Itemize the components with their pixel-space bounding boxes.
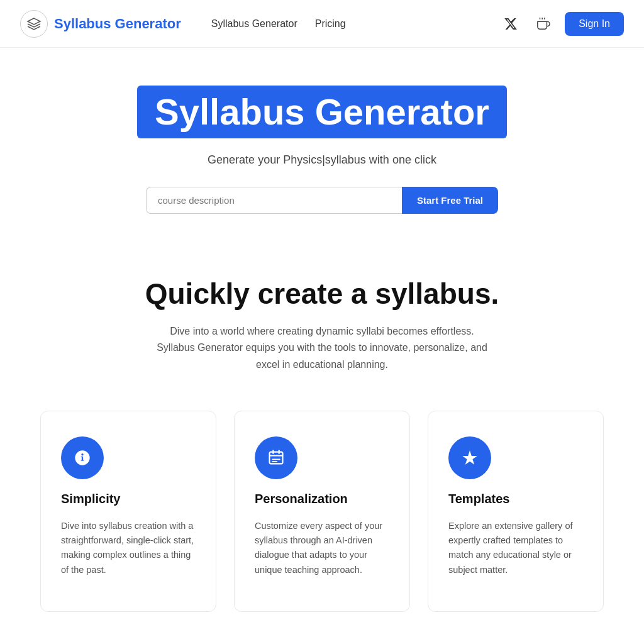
- personalization-icon: [255, 436, 297, 479]
- logo-icon: [20, 10, 48, 38]
- tagline-section: Quickly create a syllabus. Dive into a w…: [0, 239, 644, 398]
- navbar: Syllabus Generator Syllabus Generator Pr…: [0, 0, 644, 48]
- card-templates: Templates Explore an extensive gallery o…: [428, 411, 604, 612]
- nav-links: Syllabus Generator Pricing: [211, 18, 499, 30]
- feature-cards: Simplicity Dive into syllabus creation w…: [0, 398, 644, 637]
- hero-input-row: Start Free Trial: [146, 187, 498, 214]
- templates-icon: [448, 436, 491, 479]
- personalization-title: Personalization: [255, 492, 389, 506]
- nav-logo[interactable]: Syllabus Generator: [20, 10, 181, 38]
- nav-link-syllabus[interactable]: Syllabus Generator: [211, 18, 297, 30]
- course-description-input[interactable]: [146, 187, 402, 214]
- twitter-x-icon[interactable]: [499, 13, 522, 35]
- signin-button[interactable]: Sign In: [565, 12, 624, 36]
- card-personalization: Personalization Customize every aspect o…: [234, 411, 410, 612]
- hero-title-background: Syllabus Generator: [137, 86, 507, 138]
- personalization-body: Customize every aspect of your syllabus …: [255, 519, 389, 577]
- logo-text: Syllabus Generator: [54, 16, 181, 32]
- coffee-icon[interactable]: [532, 13, 555, 35]
- card-simplicity: Simplicity Dive into syllabus creation w…: [40, 411, 216, 612]
- simplicity-body: Dive into syllabus creation with a strai…: [61, 519, 196, 577]
- simplicity-icon: [61, 436, 104, 479]
- hero-section: Syllabus Generator Generate your Physics…: [0, 48, 644, 239]
- nav-link-pricing[interactable]: Pricing: [315, 18, 346, 30]
- simplicity-title: Simplicity: [61, 492, 196, 506]
- start-free-trial-button[interactable]: Start Free Trial: [402, 187, 498, 214]
- tagline-heading: Quickly create a syllabus.: [145, 277, 499, 311]
- hero-title: Syllabus Generator: [155, 92, 489, 132]
- tagline-body: Dive into a world where creating dynamic…: [152, 323, 492, 373]
- nav-social-icons: [499, 13, 555, 35]
- hero-subtitle: Generate your Physics|syllabus with one …: [208, 153, 436, 167]
- templates-title: Templates: [448, 492, 583, 506]
- templates-body: Explore an extensive gallery of expertly…: [448, 519, 583, 577]
